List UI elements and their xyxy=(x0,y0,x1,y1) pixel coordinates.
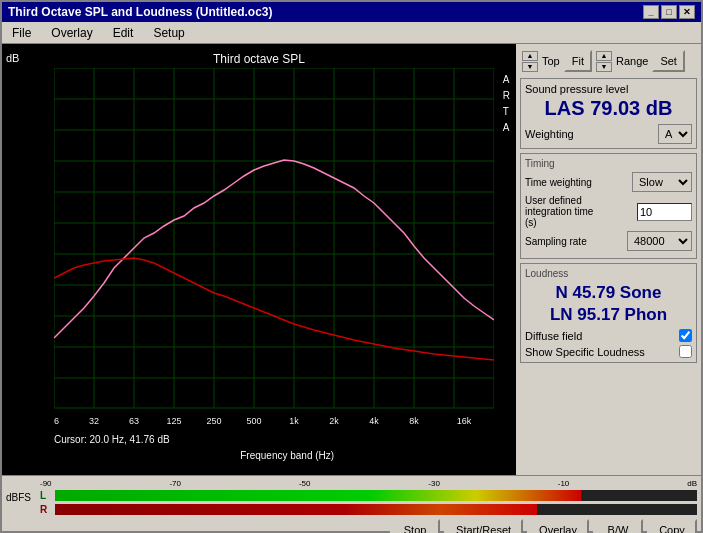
weighting-row: Weighting A B C Z xyxy=(525,124,692,144)
cursor-text: Cursor: 20.0 Hz, 41.76 dB xyxy=(54,434,170,445)
copy-button[interactable]: Copy xyxy=(647,519,697,533)
main-content: dB Third octave SPL A R T A xyxy=(2,44,701,475)
dbfs-label: dBFS xyxy=(6,492,36,503)
timing-section: Timing Time weighting Slow Fast Impulse … xyxy=(520,153,697,259)
fit-button[interactable]: Fit xyxy=(564,50,592,72)
menu-file[interactable]: File xyxy=(6,24,37,42)
specific-loudness-row: Show Specific Loudness xyxy=(525,345,692,358)
l-label: L xyxy=(40,490,52,501)
set-button[interactable]: Set xyxy=(652,50,685,72)
bottom-bar: dBFS -90 -70 -50 -30 -10 dB L xyxy=(2,475,701,531)
level-meters-area: dBFS -90 -70 -50 -30 -10 dB L xyxy=(6,478,697,516)
y-axis-label: dB xyxy=(6,52,19,64)
top-range-controls: ▲ ▼ Top Fit ▲ ▼ Range Set xyxy=(520,48,697,74)
svg-text:4k: 4k xyxy=(369,416,379,426)
minimize-button[interactable]: _ xyxy=(643,5,659,19)
integration-label: User defined integration time (s) xyxy=(525,195,605,228)
chart-area: dB Third octave SPL A R T A xyxy=(2,44,516,475)
maximize-button[interactable]: □ xyxy=(661,5,677,19)
x-axis-label: Frequency band (Hz) xyxy=(240,450,334,461)
spl-section: Sound pressure level LAS 79.03 dB Weight… xyxy=(520,78,697,149)
svg-text:16: 16 xyxy=(54,416,59,426)
main-window: Third Octave SPL and Loudness (Untitled.… xyxy=(0,0,703,533)
close-button[interactable]: ✕ xyxy=(679,5,695,19)
time-weighting-label: Time weighting xyxy=(525,177,632,188)
menu-overlay[interactable]: Overlay xyxy=(45,24,98,42)
tick-minus30: -30 xyxy=(428,479,440,488)
svg-text:500: 500 xyxy=(246,416,261,426)
loudness-section: Loudness N 45.79 Sone LN 95.17 Phon Diff… xyxy=(520,263,697,363)
spl-value: LAS 79.03 dB xyxy=(525,97,692,120)
l-level-bar xyxy=(55,490,697,501)
stop-button[interactable]: Stop xyxy=(390,519,440,533)
top-down-arrow[interactable]: ▼ xyxy=(522,62,538,72)
side-label-t: T xyxy=(503,104,510,120)
svg-text:8k: 8k xyxy=(409,416,419,426)
tick-minus50: -50 xyxy=(299,479,311,488)
r-label: R xyxy=(40,504,52,515)
range-label: Range xyxy=(616,55,648,67)
side-label-a1: A xyxy=(503,72,510,88)
tick-db: dB xyxy=(687,479,697,488)
top-arrows: ▲ ▼ xyxy=(522,51,538,72)
spl-section-label: Sound pressure level xyxy=(525,83,692,95)
chart-side-labels: A R T A xyxy=(503,72,510,136)
weighting-label: Weighting xyxy=(525,128,574,140)
loudness-section-label: Loudness xyxy=(525,268,692,279)
time-weighting-row: Time weighting Slow Fast Impulse xyxy=(525,172,692,192)
title-bar: Third Octave SPL and Loudness (Untitled.… xyxy=(2,2,701,22)
l-level-fill xyxy=(55,490,581,501)
tick-minus70: -70 xyxy=(169,479,181,488)
menu-setup[interactable]: Setup xyxy=(147,24,190,42)
sampling-label: Sampling rate xyxy=(525,236,627,247)
diffuse-field-row: Diffuse field xyxy=(525,329,692,342)
range-up-arrow[interactable]: ▲ xyxy=(596,51,612,61)
l-channel-row: L xyxy=(40,489,697,501)
start-reset-button[interactable]: Start/Reset xyxy=(444,519,523,533)
overlay-button[interactable]: Overlay xyxy=(527,519,589,533)
diffuse-field-checkbox[interactable] xyxy=(679,329,692,342)
tick-minus10: -10 xyxy=(558,479,570,488)
r-channel-row: R xyxy=(40,503,697,515)
integration-input[interactable] xyxy=(637,203,692,221)
weighting-select[interactable]: A B C Z xyxy=(658,124,692,144)
svg-text:250: 250 xyxy=(206,416,221,426)
timing-section-label: Timing xyxy=(525,158,692,169)
side-panel: ▲ ▼ Top Fit ▲ ▼ Range Set Sound pressure… xyxy=(516,44,701,475)
specific-loudness-label: Show Specific Loudness xyxy=(525,346,645,358)
sampling-select[interactable]: 48000 44100 96000 xyxy=(627,231,692,251)
sampling-row: Sampling rate 48000 44100 96000 xyxy=(525,231,692,251)
action-buttons-row: Stop Start/Reset Overlay B/W Copy xyxy=(6,519,697,533)
tick-minus90: -90 xyxy=(40,479,52,488)
menu-edit[interactable]: Edit xyxy=(107,24,140,42)
side-label-r: R xyxy=(503,88,510,104)
svg-text:63: 63 xyxy=(129,416,139,426)
range-arrows: ▲ ▼ xyxy=(596,51,612,72)
window-title: Third Octave SPL and Loudness (Untitled.… xyxy=(8,5,272,19)
top-label: Top xyxy=(542,55,560,67)
svg-text:125: 125 xyxy=(166,416,181,426)
specific-loudness-checkbox[interactable] xyxy=(679,345,692,358)
svg-text:2k: 2k xyxy=(329,416,339,426)
chart-svg: 89.00 81.00 73.00 65.00 57.00 49.00 41.0… xyxy=(54,68,494,428)
svg-rect-0 xyxy=(54,68,494,408)
loudness-value: N 45.79 Sone LN 95.17 Phon xyxy=(525,282,692,326)
bw-button[interactable]: B/W xyxy=(593,519,643,533)
integration-row: User defined integration time (s) xyxy=(525,195,692,228)
svg-text:1k: 1k xyxy=(289,416,299,426)
title-bar-buttons: _ □ ✕ xyxy=(643,5,695,19)
side-label-a2: A xyxy=(503,120,510,136)
chart-title: Third octave SPL xyxy=(213,52,305,66)
top-up-arrow[interactable]: ▲ xyxy=(522,51,538,61)
svg-text:16k: 16k xyxy=(457,416,472,426)
svg-text:32: 32 xyxy=(89,416,99,426)
level-bars-container: -90 -70 -50 -30 -10 dB L R xyxy=(40,479,697,515)
level-ticks: -90 -70 -50 -30 -10 dB xyxy=(40,479,697,488)
time-weighting-select[interactable]: Slow Fast Impulse xyxy=(632,172,692,192)
menu-bar: File Overlay Edit Setup xyxy=(2,22,701,44)
r-level-fill xyxy=(55,504,537,515)
r-level-bar xyxy=(55,504,697,515)
range-down-arrow[interactable]: ▼ xyxy=(596,62,612,72)
diffuse-field-label: Diffuse field xyxy=(525,330,582,342)
